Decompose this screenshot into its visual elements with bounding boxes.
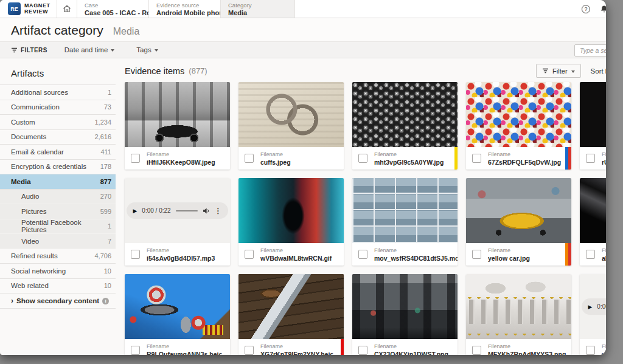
sidebar-item-video[interactable]: Video 7	[0, 234, 116, 249]
sidebar-item-web-related[interactable]: Web related 10	[0, 279, 116, 294]
help-button[interactable]: ?	[582, 5, 590, 13]
thumbnail[interactable]	[352, 178, 458, 243]
sidebar-item-count: 270	[100, 193, 111, 200]
thumbnail[interactable]	[238, 82, 344, 147]
audio-player[interactable]: ▶ 0:00 / 0:22 ⋮	[127, 202, 228, 219]
thumbnail[interactable]	[466, 178, 571, 243]
filename-block: Filename rU6c6	[602, 151, 606, 166]
evidence-header: Evidence items (877) Filter Sort by	[125, 64, 606, 78]
thumbnail[interactable]: ▶ 0:00 / 0:22 ⋮	[125, 178, 230, 243]
filter-dropdown[interactable]: Date and time	[64, 46, 115, 53]
sidebar-item-custom[interactable]: Custom 1,234	[0, 115, 116, 130]
evidence-card[interactable]: Filename cuffs.jpeg	[238, 82, 344, 170]
thumbnail[interactable]	[238, 178, 344, 243]
show-secondary-content[interactable]: › Show secondary content i	[0, 294, 116, 309]
select-checkbox[interactable]	[131, 346, 140, 355]
filename-label: Filename	[147, 247, 215, 254]
thumbnail[interactable]	[125, 274, 230, 339]
select-checkbox[interactable]	[472, 346, 481, 355]
select-checkbox[interactable]	[131, 154, 140, 163]
filter-dropdown[interactable]: Tags	[136, 46, 158, 53]
select-checkbox[interactable]	[358, 154, 367, 163]
thumbnail[interactable]	[580, 178, 606, 243]
search-input[interactable]	[574, 44, 606, 57]
evidence-card[interactable]: Filename wVBdwalML8twRCN.gif	[238, 178, 344, 266]
volume-icon[interactable]	[203, 207, 210, 215]
thumbnail[interactable]	[352, 274, 458, 339]
evidence-card[interactable]: Filename iHfiIJ6KKeepO8W.jpeg	[125, 82, 230, 170]
filters-button[interactable]: FILTERS	[11, 47, 47, 53]
thumbnail[interactable]	[238, 274, 344, 339]
evidence-card[interactable]: Filename 67ZsRDFQLF5qDvW.jpg	[466, 82, 571, 170]
select-checkbox[interactable]	[245, 250, 254, 259]
evidence-items-heading: Evidence items	[125, 66, 184, 76]
breadcrumb-tab[interactable]: Category Media	[221, 0, 295, 18]
sidebar-item-additional-sources[interactable]: Additional sources 1	[0, 85, 116, 100]
select-checkbox[interactable]	[131, 250, 140, 259]
breadcrumb-tab[interactable]: Evidence source Android Mobile phone	[149, 0, 221, 18]
thumbnail[interactable]	[466, 82, 571, 147]
thumbnail[interactable]	[580, 82, 606, 147]
evidence-card[interactable]: Filename mov_wsfRS4DC81dtSJ5.mov	[352, 178, 458, 266]
notification-icon[interactable]	[600, 5, 606, 13]
filter-button[interactable]: Filter	[536, 64, 580, 78]
select-checkbox[interactable]	[586, 346, 595, 355]
home-button[interactable]	[57, 0, 77, 18]
select-checkbox[interactable]	[245, 346, 254, 355]
sidebar-item-count: 599	[100, 208, 111, 215]
evidence-card[interactable]: Filename XG7rKnT9IFm2YNY.heic	[238, 274, 344, 355]
play-icon[interactable]: ▶	[133, 208, 137, 214]
sidebar-item-potential-facebook-pictures[interactable]: Potential Facebook Pictures 1	[0, 219, 116, 235]
sidebar-item-communication[interactable]: Communication 73	[0, 100, 116, 115]
select-checkbox[interactable]	[245, 154, 254, 163]
filename-label: Filename	[147, 151, 215, 158]
select-checkbox[interactable]	[586, 154, 595, 163]
sort-by-label[interactable]: Sort by	[591, 67, 606, 75]
evidence-card[interactable]: ▶ 0:00 / 0:22 ⋮ Filename vHydp	[580, 274, 606, 355]
sidebar-item-label: Additional sources	[11, 89, 68, 96]
sidebar-item-social-networking[interactable]: Social networking 10	[0, 264, 116, 279]
sidebar-title: Artifacts	[11, 68, 116, 78]
artifact-category-list: Additional sources 1 Communication 73 Cu…	[0, 84, 116, 294]
filename-block: Filename MFYKhZRpAdMYYS3.png	[488, 343, 566, 355]
audio-player[interactable]: ▶ 0:00 / 0:22 ⋮	[582, 298, 606, 315]
select-checkbox[interactable]	[586, 250, 595, 259]
sidebar-item-refined-results[interactable]: Refined results 4,706	[0, 249, 116, 264]
sidebar-item-email-calendar[interactable]: Email & calendar 411	[0, 145, 116, 160]
thumbnail[interactable]	[125, 82, 230, 147]
thumbnail[interactable]	[466, 274, 571, 339]
card-footer: Filename rU6c6	[580, 147, 606, 170]
thumbnail[interactable]	[352, 82, 458, 147]
filename-value: cuffs.jpeg	[260, 159, 291, 166]
sidebar-item-documents[interactable]: Documents 2,616	[0, 130, 116, 145]
evidence-card[interactable]: Filename R9LQufaumgANN3s.heic	[125, 274, 230, 355]
evidence-card[interactable]: Filename mht3vpGI9c5A0YW.jpg	[352, 82, 458, 170]
sidebar-item-pictures[interactable]: Pictures 599	[0, 204, 116, 219]
select-checkbox[interactable]	[472, 250, 481, 259]
sidebar-item-count: 1	[108, 89, 111, 96]
select-checkbox[interactable]	[358, 346, 367, 355]
evidence-card[interactable]: ▶ 0:00 / 0:22 ⋮ Filename i54sAv0gBd4DI57…	[125, 178, 230, 266]
evidence-card[interactable]: Filename rU6c6	[580, 82, 606, 170]
tab-label: Category	[228, 2, 291, 9]
breadcrumb-tab[interactable]: Case Case 005 - ICAC - Ross...	[77, 0, 149, 18]
filename-value: mov_wsfRS4DC81dtSJ5.mov	[374, 255, 458, 262]
select-checkbox[interactable]	[472, 154, 481, 163]
filename-value: XG7rKnT9IFm2YNY.heic	[260, 351, 333, 355]
evidence-card[interactable]: Filename yellow car.jpg	[466, 178, 571, 266]
audio-progress-bar[interactable]	[176, 210, 198, 211]
play-icon[interactable]: ▶	[588, 304, 592, 310]
thumbnail[interactable]: ▶ 0:00 / 0:22 ⋮	[580, 274, 606, 339]
evidence-card[interactable]: Filename CX23O4KYjn1DWST.png	[352, 274, 458, 355]
select-checkbox[interactable]	[358, 250, 367, 259]
chevron-right-icon: ›	[11, 298, 13, 304]
filename-block: Filename R9LQufaumgANN3s.heic	[147, 343, 222, 355]
sidebar-item-encryption-credentials[interactable]: Encryption & credentials 178	[0, 160, 116, 175]
evidence-card[interactable]: Filename aLzqkg	[580, 178, 606, 266]
info-icon: i	[102, 298, 109, 304]
filename-value: CX23O4KYjn1DWST.png	[374, 351, 448, 355]
evidence-card[interactable]: Filename MFYKhZRpAdMYYS3.png	[466, 274, 571, 355]
audio-menu-icon[interactable]: ⋮	[215, 207, 222, 215]
sidebar-item-audio[interactable]: Audio 270	[0, 190, 116, 205]
sidebar-item-media[interactable]: Media 877	[0, 174, 116, 190]
